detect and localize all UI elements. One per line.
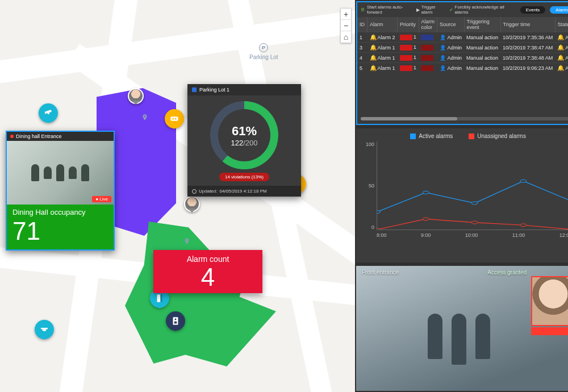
svg-rect-10: [174, 322, 177, 324]
bell-icon: 🔔: [370, 55, 377, 61]
alarms-table: ID Alarm Priority Alarm color Source Tri…: [357, 17, 568, 73]
events-tab-button[interactable]: Events: [520, 6, 545, 14]
record-dot-icon: [10, 135, 14, 138]
legend-unassigned: Unassigned alarms: [469, 133, 526, 139]
violations-pill[interactable]: 14 violations (13%): [219, 173, 269, 181]
intercom-pin-icon[interactable]: [166, 311, 185, 331]
dome-camera-pin-icon[interactable]: [35, 320, 54, 339]
occupancy-value: 71: [12, 219, 108, 244]
svg-point-13: [471, 202, 478, 205]
col-source[interactable]: Source: [437, 17, 465, 32]
col-state[interactable]: State: [555, 17, 568, 32]
occupancy-header: Parking Lot 1: [187, 84, 301, 95]
svg-point-1: [172, 118, 174, 120]
col-time[interactable]: Trigger time: [500, 17, 555, 32]
svg-point-18: [471, 221, 478, 224]
svg-rect-8: [173, 317, 178, 325]
svg-point-9: [175, 319, 177, 320]
camera-card-title: Dining hall Entrance: [16, 134, 62, 139]
chart-panel: Active alarms Unassigned alarms 100 50 0…: [356, 128, 568, 262]
occupancy-fraction: 122/200: [231, 139, 257, 147]
location-pin-icon: [141, 114, 149, 122]
user-icon: 👤: [440, 65, 446, 71]
access-status: Access granted: [487, 269, 527, 276]
live-badge: ● Live: [92, 196, 111, 202]
occupancy-donut-chart: 61% 122/200: [210, 101, 278, 169]
feed-people-icon: [428, 314, 490, 365]
zoom-in-button[interactable]: +: [341, 9, 351, 20]
zoom-out-button[interactable]: −: [341, 20, 351, 31]
person-pin-icon[interactable]: [184, 196, 200, 212]
clock-icon: [192, 189, 197, 194]
alarm-count-title: Alarm count: [153, 255, 262, 264]
parking-square-icon: [192, 87, 197, 92]
svg-rect-7: [161, 294, 162, 302]
bell-icon: 🔔: [370, 65, 377, 71]
legend-red-swatch: [469, 134, 474, 139]
camera-card-header: Dining hall Entrance: [7, 132, 114, 141]
map-pane[interactable]: P Parking Lot + − ⌂ Dining hall Entrance: [0, 0, 355, 392]
camera-thumbnail[interactable]: ● Live: [7, 141, 114, 205]
ack-all-button[interactable]: ✔ Forcibly acknowledge all alarms: [449, 5, 511, 15]
x-axis: 8:00 9:00 10:00 11:00 12:00: [377, 232, 568, 240]
alarms-tab-button[interactable]: Alarms: [550, 6, 568, 14]
svg-point-16: [377, 228, 380, 230]
col-alarm[interactable]: Alarm: [367, 17, 398, 32]
col-color[interactable]: Alarm color: [419, 17, 437, 32]
bell-icon: 🔔: [370, 34, 377, 40]
svg-rect-6: [157, 294, 161, 302]
svg-rect-0: [170, 116, 178, 121]
bell-icon: 🔔: [557, 65, 564, 71]
zoom-reset-button[interactable]: ⌂: [341, 31, 351, 43]
face-snapshot[interactable]: [531, 276, 568, 326]
person-pin-icon[interactable]: [128, 88, 144, 104]
dining-hall-camera-card[interactable]: Dining hall Entrance ● Live Dining Hall …: [6, 131, 115, 251]
bell-icon: 🔔: [370, 44, 377, 51]
table-row[interactable]: 1🔔 Alarm 2 1👤AdminManual action10/2/2019…: [357, 32, 568, 43]
feed-title: Front entrance: [362, 269, 399, 276]
chart-plot: [377, 141, 568, 230]
col-priority[interactable]: Priority: [398, 17, 419, 32]
shield-icon: ⛨: [361, 7, 365, 12]
legend-blue-swatch: [410, 134, 416, 139]
play-icon: ▶: [416, 7, 420, 12]
alarm-count-card[interactable]: Alarm count 4: [153, 250, 262, 293]
app-root: P Parking Lot + − ⌂ Dining hall Entrance: [0, 0, 568, 392]
chart-area: 100 50 0 8:00 9:00 10:00 11:00 12:00: [377, 141, 568, 240]
parking-icon: P: [259, 43, 268, 52]
chart-legend: Active alarms Unassigned alarms: [362, 133, 568, 139]
occupancy-footer: Updated: 04/05/2019 4:12:18 PM: [187, 186, 301, 197]
check-shield-icon: ✔: [449, 7, 453, 12]
bell-icon: 🔔: [557, 34, 564, 40]
face-snapshot-bar: [531, 327, 568, 335]
camera-card-caption: Dining Hall occupancy 71: [7, 205, 114, 249]
parking-label: Parking Lot: [249, 54, 278, 60]
legend-active: Active alarms: [410, 133, 453, 139]
user-icon: 👤: [440, 55, 446, 61]
trigger-alarm-button[interactable]: ▶ Trigger alarm: [416, 5, 445, 15]
table-row[interactable]: 3🔔 Alarm 1 1👤AdminManual action10/2/2019…: [357, 43, 568, 53]
svg-point-14: [520, 180, 527, 182]
svg-point-19: [520, 224, 527, 227]
svg-point-17: [423, 218, 429, 220]
alarms-panel: ⛨ Start alarms auto-forward ▶ Trigger al…: [356, 1, 568, 125]
zoom-controls: + − ⌂: [340, 8, 352, 43]
occupancy-title: Dining Hall occupancy: [12, 208, 108, 216]
svg-point-2: [175, 118, 177, 120]
camera-pin-icon[interactable]: [39, 103, 58, 123]
bell-icon: 🔔: [557, 55, 564, 61]
col-id[interactable]: ID: [357, 17, 367, 32]
auto-forward-button[interactable]: ⛨ Start alarms auto-forward: [361, 5, 412, 15]
occupancy-popup[interactable]: Parking Lot 1 61% 122/200 14 violations …: [187, 84, 301, 197]
occupancy-percent: 61%: [232, 124, 257, 139]
device-pin-icon[interactable]: [165, 109, 184, 128]
front-entrance-feed[interactable]: Front entrance Access granted: [356, 266, 568, 391]
occupancy-popup-title: Parking Lot 1: [199, 87, 229, 93]
user-icon: 👤: [440, 35, 446, 40]
alarms-scrollbar[interactable]: [357, 116, 568, 124]
right-pane: ⛨ Start alarms auto-forward ▶ Trigger al…: [355, 0, 568, 392]
col-event[interactable]: Triggering event: [464, 17, 500, 32]
alarm-count-value: 4: [153, 265, 262, 290]
table-row[interactable]: 5🔔 Alarm 1 1👤AdminManual action10/2/2019…: [357, 63, 568, 73]
table-row[interactable]: 4🔔 Alarm 1 1👤AdminManual action10/2/2019…: [357, 53, 568, 63]
